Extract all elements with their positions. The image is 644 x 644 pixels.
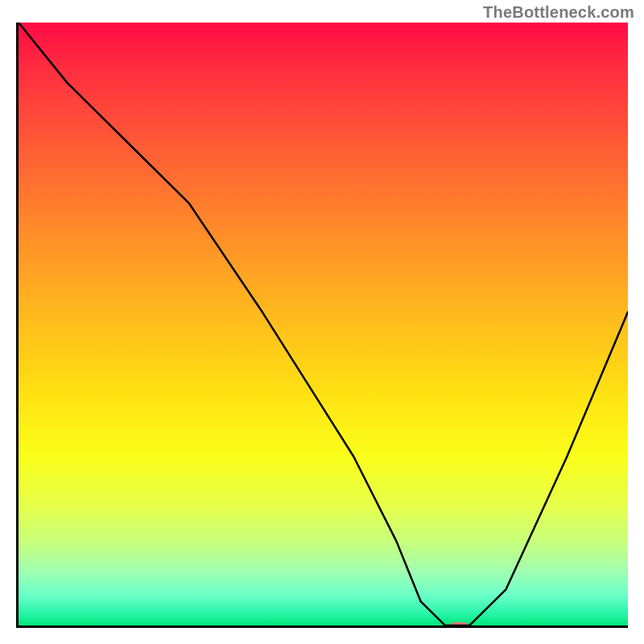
plot-area — [16, 23, 628, 628]
bottleneck-curve — [19, 23, 628, 625]
chart-container: TheBottleneck.com — [0, 0, 644, 644]
watermark-text: TheBottleneck.com — [483, 3, 634, 22]
